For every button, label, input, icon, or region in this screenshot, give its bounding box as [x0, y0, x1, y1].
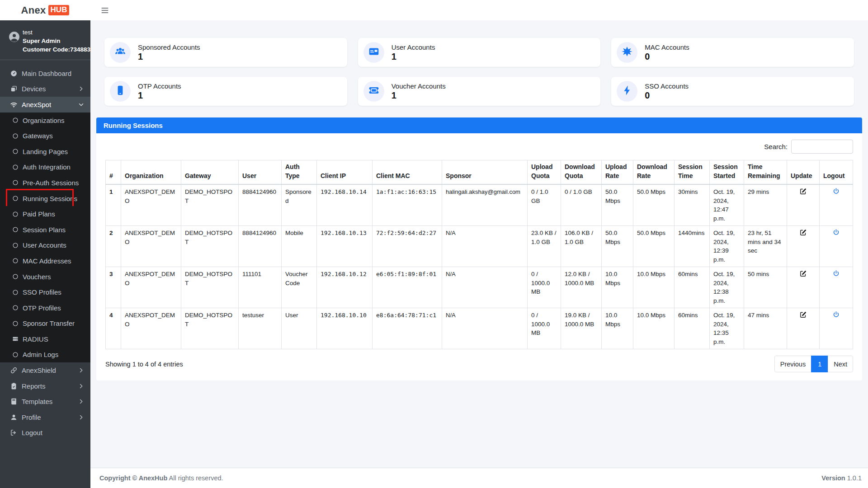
cell-time-remaining: 50 mins [744, 267, 787, 308]
cell-upload-quota: 0 / 1.0 GB [528, 184, 561, 226]
phone-icon [114, 84, 126, 98]
cell-download-quota: 0 / 1.0 GB [561, 184, 602, 226]
sidebar-item-label: Reports [22, 382, 46, 390]
ticket-icon [368, 84, 380, 98]
people-icon [114, 46, 126, 59]
sidebar-item-label: Admin Logs [23, 351, 58, 358]
stat-card-icon-circle [617, 42, 637, 63]
cell-organization: ANEXSPOT_DEMO [121, 226, 181, 267]
stat-card-sso-accounts: SSO Accounts0 [611, 77, 854, 106]
sidebar-item-label: Devices [22, 85, 46, 93]
sidebar-item-organizations[interactable]: Organizations [0, 113, 90, 128]
update-button[interactable] [799, 229, 807, 236]
sidebar-item-anexspot[interactable]: AnexSpot [0, 97, 90, 113]
stat-card-otp-accounts: OTP Accounts1 [104, 77, 347, 106]
sidebar-item-label: Logout [22, 429, 42, 436]
sidebar-item-landing-pages[interactable]: Landing Pages [0, 144, 90, 160]
cell-upload-quota: 0 / 1000.0 MB [528, 308, 561, 349]
sidebar-item-pre-auth-sessions[interactable]: Pre-Auth Sessions [0, 175, 90, 191]
cell-organization: ANEXSPOT_DEMO [121, 267, 181, 308]
sidebar-item-templates[interactable]: Templates [0, 394, 90, 409]
cell-download-quota: 19.0 KB / 1000.0 MB [561, 308, 602, 349]
cell-session-started: Oct. 19, 2024, 12:39 p.m. [710, 226, 744, 267]
pagination-previous[interactable]: Previous [774, 356, 811, 372]
update-button[interactable] [799, 270, 807, 277]
sidebar-item-user-accounts[interactable]: User Accounts [0, 238, 90, 253]
cell-session-started: Oct. 19, 2024, 12:35 p.m. [710, 308, 744, 349]
cell-client-ip: 192.168.10.12 [317, 267, 373, 308]
sidebar-item-devices[interactable]: Devices [0, 81, 90, 97]
stats-cards-row: OTP Accounts1Voucher Accounts1SSO Accoun… [104, 77, 854, 106]
circle-icon [12, 211, 19, 217]
stat-card-icon-circle [363, 81, 384, 102]
session-logout-button[interactable] [832, 188, 840, 195]
sidebar-item-sponsor-transfer[interactable]: Sponsor Transfer [0, 316, 90, 332]
sidebar-item-mac-addresses[interactable]: MAC Addresses [0, 253, 90, 269]
sidebar-item-label: Pre-Auth Sessions [23, 179, 79, 187]
sidebar-item-label: Landing Pages [23, 148, 68, 155]
sidebar-item-logout[interactable]: Logout [0, 425, 90, 441]
cell-download-rate: 10.0 Mbps [633, 308, 675, 349]
session-logout-button[interactable] [832, 270, 840, 277]
session-logout-button[interactable] [832, 229, 840, 236]
sidebar-item-session-plans[interactable]: Session Plans [0, 222, 90, 238]
circle-icon [12, 320, 19, 327]
sidebar-item-label: Main Dashboard [22, 70, 71, 77]
brand-logo[interactable]: Anex HUB [0, 0, 90, 20]
pagination-next[interactable]: Next [828, 356, 853, 372]
session-row: 1ANEXSPOT_DEMODEMO_HOTSPOT8884124960Spon… [106, 184, 853, 226]
devices-icon [10, 85, 18, 93]
sidebar-item-reports[interactable]: Reports [0, 378, 90, 394]
chevron-right-icon [78, 367, 84, 373]
cell-logout [820, 184, 853, 226]
chevron-down-icon [78, 102, 84, 108]
update-button[interactable] [799, 188, 807, 195]
cell-logout [820, 308, 853, 349]
sidebar-item-gateways[interactable]: Gateways [0, 128, 90, 144]
sidebar-item-anexshield[interactable]: AnexShield [0, 362, 90, 378]
sidebar-item-admin-logs[interactable]: Admin Logs [0, 347, 90, 363]
column-header-update: Update [787, 160, 820, 185]
sidebar-item-main-dashboard[interactable]: Main Dashboard [0, 66, 90, 81]
wifi-icon [10, 101, 18, 108]
circle-icon [12, 164, 19, 170]
session-logout-button[interactable] [832, 311, 840, 319]
cell-gateway: DEMO_HOTSPOT [181, 267, 239, 308]
circle-icon [12, 195, 19, 202]
column-header-upload-rate: Upload Rate [602, 160, 633, 185]
cell-client-mac: e6:05:f1:89:8f:01 [373, 267, 442, 308]
sidebar-item-profile[interactable]: Profile [0, 409, 90, 425]
book-icon [10, 398, 18, 405]
hamburger-menu-icon[interactable] [100, 6, 109, 15]
running-sessions-panel: Running Sessions Search: #OrganizationGa… [96, 117, 862, 380]
sidebar-item-label: Sponsor Transfer [23, 319, 75, 327]
search-input[interactable] [791, 140, 853, 154]
idcard-icon [368, 46, 380, 59]
pagination-1[interactable]: 1 [811, 356, 828, 372]
cell-client-ip: 192.168.10.13 [317, 226, 373, 267]
cell-sponsor: N/A [442, 226, 528, 267]
cell-upload-rate: 10.0 Mbps [602, 308, 633, 349]
sidebar-item-otp-profiles[interactable]: OTP Profiles [0, 300, 90, 316]
sidebar-item-vouchers[interactable]: Vouchers [0, 269, 90, 285]
sidebar-item-label: Profile [22, 413, 41, 421]
stat-card-voucher-accounts: Voucher Accounts1 [358, 77, 601, 106]
cell-client-mac: 1a:f1:ac:16:63:15 [373, 184, 442, 226]
sidebar-item-label: Session Plans [23, 226, 66, 234]
sidebar-item-label: Vouchers [23, 273, 51, 281]
dashboard-icon [10, 70, 18, 77]
sidebar-item-auth-integration[interactable]: Auth Integration [0, 160, 90, 175]
sidebar-item-radius[interactable]: RADIUS [0, 331, 90, 347]
burst-icon [621, 46, 633, 59]
sidebar-item-running-sessions[interactable]: Running Sessions [0, 191, 90, 206]
sidebar-item-sso-profiles[interactable]: SSO Profiles [0, 284, 90, 300]
sidebar-item-paid-plans[interactable]: Paid Plans [0, 206, 90, 222]
version-text: Version 1.0.1 [821, 474, 862, 482]
stat-card-label: OTP Accounts [138, 82, 181, 90]
main-area: Sponsored Accounts1User Accounts1MAC Acc… [90, 0, 868, 488]
column-header-auth-type: Auth Type [282, 160, 317, 185]
stats-cards: Sponsored Accounts1User Accounts1MAC Acc… [104, 38, 854, 106]
column-header-session-started: Session Started [710, 160, 744, 185]
update-button[interactable] [799, 311, 807, 319]
chevron-right-icon [78, 399, 84, 404]
